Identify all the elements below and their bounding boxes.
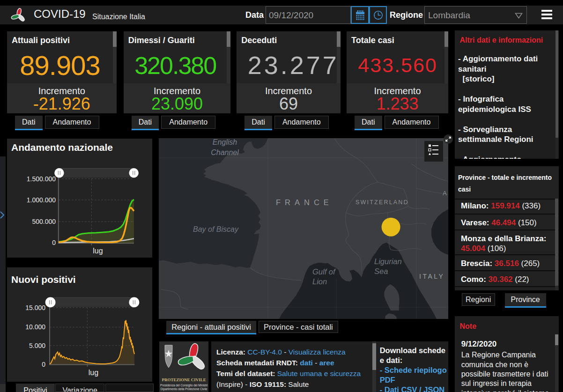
- svg-text:PROTEZIONE CIVILE: PROTEZIONE CIVILE: [162, 377, 206, 382]
- svg-text:Channel: Channel: [211, 148, 239, 156]
- svg-text:Lion: Lion: [312, 277, 327, 286]
- svg-text:500.000: 500.000: [32, 218, 56, 225]
- svg-text:Bay of Biscay: Bay of Biscay: [193, 225, 239, 233]
- svg-text:English: English: [213, 138, 237, 146]
- svg-text:Presidenza del Consiglio dei M: Presidenza del Consiglio dei Ministri: [160, 384, 207, 387]
- svg-text:5.000: 5.000: [29, 342, 45, 349]
- svg-text:SWITZERLAND: SWITZERLAND: [356, 199, 409, 206]
- svg-text:10.000: 10.000: [25, 323, 45, 331]
- svg-text:1.000.000: 1.000.000: [27, 196, 56, 204]
- svg-text:0: 0: [52, 239, 56, 246]
- svg-text:FRANCE: FRANCE: [276, 198, 333, 207]
- svg-text:Ligurian: Ligurian: [374, 257, 402, 266]
- svg-text:Sea: Sea: [374, 267, 388, 275]
- svg-text:Gulf of: Gulf of: [312, 267, 336, 276]
- svg-text:A: A: [443, 190, 447, 197]
- svg-text:15.000: 15.000: [25, 304, 45, 311]
- svg-text:Dipartimento della Protezione: Dipartimento della Protezione Civile: [160, 387, 207, 391]
- svg-text:lug: lug: [89, 369, 98, 377]
- svg-text:1.500.000: 1.500.000: [27, 175, 56, 183]
- svg-text:0: 0: [42, 361, 45, 368]
- svg-text:ITALY: ITALY: [419, 273, 444, 280]
- svg-text:lug: lug: [93, 247, 103, 255]
